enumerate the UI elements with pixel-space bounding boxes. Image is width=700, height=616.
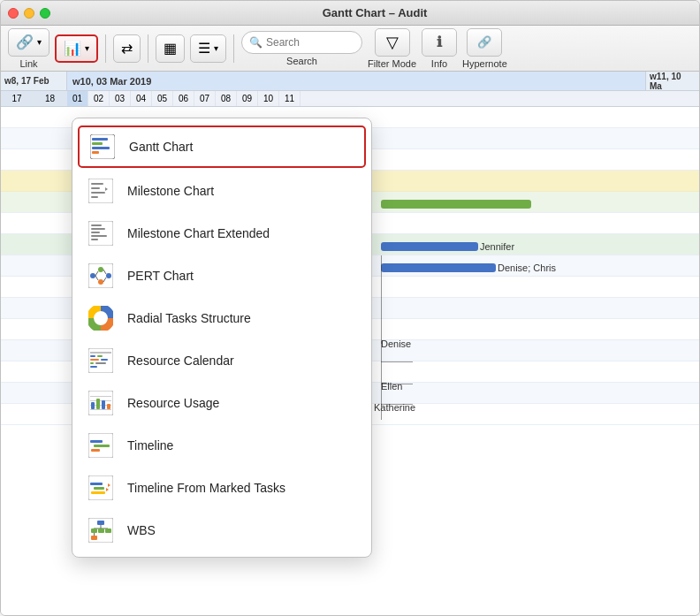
- close-button[interactable]: [8, 8, 19, 19]
- label-denise-chris: Denise; Chris: [498, 262, 556, 273]
- day-08: 08: [216, 91, 237, 106]
- svg-rect-49: [91, 449, 100, 452]
- svg-rect-3: [92, 151, 99, 154]
- svg-rect-32: [90, 359, 99, 361]
- connector-line-2: [381, 341, 382, 406]
- separator-2: [148, 34, 148, 63]
- svg-rect-57: [97, 521, 104, 525]
- day-rest: [301, 91, 699, 106]
- svg-rect-15: [91, 235, 107, 237]
- menu-label-pert-chart: PERT Chart: [127, 269, 194, 283]
- timeline-icon: [87, 431, 115, 460]
- svg-point-27: [96, 314, 105, 323]
- view-list-button[interactable]: ☰ ▾: [190, 34, 226, 63]
- svg-rect-52: [94, 487, 104, 490]
- filter-icon: ⇄: [121, 40, 133, 57]
- info-group: ℹ Info: [422, 28, 457, 69]
- search-input[interactable]: [266, 36, 354, 49]
- svg-point-21: [106, 273, 111, 278]
- connector-h-1: [381, 361, 413, 362]
- search-box[interactable]: 🔍: [241, 31, 362, 54]
- minimize-button[interactable]: [24, 8, 34, 19]
- app-window: Gantt Chart – Audit 🔗 ▾ Link 📊 ▾ ⇄: [0, 0, 700, 616]
- week-header-row: w8, 17 Feb w10, 03 Mar 2019 w11, 10 Ma: [1, 72, 699, 91]
- day-05: 05: [152, 91, 173, 106]
- hypernote-button[interactable]: 🔗: [467, 28, 502, 57]
- chart-type-arrow: ▾: [85, 43, 89, 53]
- menu-label-wbs: WBS: [127, 523, 156, 537]
- svg-rect-34: [90, 362, 94, 364]
- svg-rect-14: [91, 232, 100, 233]
- connector-line-3: [381, 404, 382, 420]
- pert-chart-icon: [87, 262, 115, 290]
- main-area: w8, 17 Feb w10, 03 Mar 2019 w11, 10 Ma 1…: [1, 72, 699, 615]
- link-group: 🔗 ▾ Link: [8, 28, 49, 69]
- svg-rect-0: [92, 138, 108, 141]
- info-label: Info: [431, 58, 447, 69]
- menu-item-milestone-chart-extended[interactable]: Milestone Chart Extended: [72, 212, 371, 255]
- info-icon: ℹ: [437, 34, 442, 50]
- svg-rect-2: [92, 147, 110, 149]
- hypernote-group: 🔗 Hypernote: [462, 28, 507, 69]
- resource-calendar-icon: [87, 346, 115, 375]
- chart-type-icon: 📊: [64, 40, 81, 57]
- menu-item-timeline-marked[interactable]: Timeline From Marked Tasks: [72, 467, 371, 509]
- window-controls[interactable]: [8, 8, 50, 19]
- day-10: 10: [258, 91, 279, 106]
- toolbar: 🔗 ▾ Link 📊 ▾ ⇄ ▦ ☰ ▾: [1, 26, 699, 72]
- chart-type-button[interactable]: 📊 ▾: [55, 34, 98, 63]
- day-09: 09: [237, 91, 258, 106]
- svg-line-23: [95, 276, 98, 280]
- svg-rect-5: [88, 179, 113, 203]
- svg-rect-44: [102, 400, 105, 409]
- menu-label-resource-calendar: Resource Calendar: [127, 354, 234, 368]
- svg-rect-38: [90, 396, 111, 397]
- filter-mode-button[interactable]: ▽: [375, 28, 410, 57]
- grid-icon: ▦: [164, 40, 177, 57]
- menu-item-gantt-chart[interactable]: Gantt Chart: [78, 125, 366, 168]
- timeline-marked-icon: [87, 474, 115, 502]
- link-button[interactable]: 🔗 ▾: [8, 28, 49, 57]
- connector-h-2: [381, 384, 413, 384]
- bar-denise-chris: [381, 263, 496, 272]
- menu-item-resource-calendar[interactable]: Resource Calendar: [72, 339, 371, 382]
- info-button[interactable]: ℹ: [422, 28, 457, 57]
- svg-rect-41: [90, 409, 111, 410]
- svg-rect-47: [90, 440, 103, 443]
- label-ellen: Ellen: [381, 381, 402, 392]
- day-02: 02: [88, 91, 110, 106]
- menu-item-radial-tasks[interactable]: Radial Tasks Structure: [72, 297, 371, 339]
- menu-item-pert-chart[interactable]: PERT Chart: [72, 255, 371, 297]
- day-04: 04: [131, 91, 152, 106]
- filter-button[interactable]: ⇄: [113, 34, 141, 63]
- window-title: Gantt Chart – Audit: [57, 6, 692, 19]
- svg-rect-9: [91, 196, 98, 198]
- menu-item-timeline[interactable]: Timeline: [72, 424, 371, 467]
- svg-rect-13: [91, 228, 105, 230]
- chart-type-dropdown[interactable]: Gantt Chart Milestone Chart: [72, 118, 372, 558]
- filter-mode-label: Filter Mode: [368, 58, 416, 69]
- bar-green-1: [381, 200, 531, 209]
- day-06: 06: [173, 91, 194, 106]
- menu-label-resource-usage: Resource Usage: [127, 396, 219, 410]
- hypernote-label: Hypernote: [462, 58, 507, 69]
- maximize-button[interactable]: [40, 8, 50, 19]
- separator-1: [105, 34, 106, 63]
- svg-rect-45: [107, 404, 110, 409]
- menu-label-timeline: Timeline: [127, 438, 173, 452]
- svg-rect-6: [91, 183, 103, 185]
- view-grid-button[interactable]: ▦: [156, 34, 185, 63]
- svg-marker-54: [108, 483, 110, 487]
- menu-item-milestone-chart[interactable]: Milestone Chart: [72, 170, 371, 212]
- svg-rect-8: [91, 192, 105, 194]
- menu-label-milestone-chart: Milestone Chart: [127, 184, 214, 198]
- menu-item-resource-usage[interactable]: Resource Usage: [72, 382, 371, 424]
- day-17: 17: [1, 91, 34, 106]
- svg-rect-31: [97, 355, 103, 357]
- day-18: 18: [34, 91, 67, 106]
- filter-mode-group: ▽ Filter Mode: [368, 28, 416, 69]
- label-denise2: Denise: [381, 338, 411, 349]
- wbs-icon: [87, 516, 115, 544]
- menu-item-wbs[interactable]: WBS: [72, 509, 371, 551]
- svg-point-18: [90, 273, 95, 278]
